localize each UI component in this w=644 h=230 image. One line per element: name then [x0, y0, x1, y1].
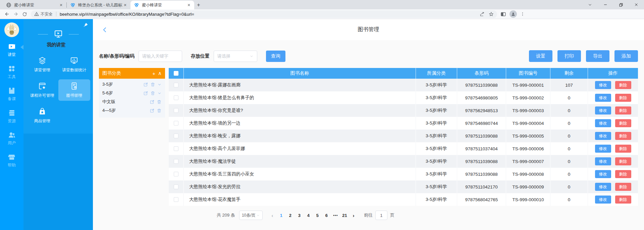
print-button[interactable]: 打印	[557, 50, 581, 62]
forward-nav-icon[interactable]	[11, 10, 20, 18]
chevron-down-icon[interactable]	[157, 82, 162, 87]
goto-page-input[interactable]	[375, 211, 387, 220]
col-category[interactable]: 所属分类	[416, 68, 457, 79]
row-checkbox[interactable]	[174, 83, 178, 87]
delete-button[interactable]: 删除	[615, 119, 631, 127]
page-size-select[interactable]: 10条/页	[239, 211, 263, 220]
category-item[interactable]: 中文版	[99, 97, 165, 106]
rail-item-prep[interactable]: 备课	[0, 87, 23, 102]
page-number[interactable]: 5	[313, 213, 322, 218]
edit-button[interactable]: 修改	[595, 94, 611, 102]
rail-item-users[interactable]: 用户	[0, 131, 23, 146]
export-button[interactable]: 导出	[586, 50, 609, 62]
close-window-icon[interactable]	[629, 0, 644, 9]
edit-button[interactable]: 修改	[595, 145, 611, 153]
user-avatar[interactable]	[4, 22, 19, 37]
edit-button[interactable]: 修改	[595, 157, 611, 165]
new-tab-button[interactable]: +	[194, 1, 203, 9]
row-checkbox[interactable]	[174, 197, 178, 202]
menu-item-my-lecture[interactable]: 我的讲堂	[26, 29, 90, 48]
edit-button[interactable]: 修改	[595, 196, 611, 204]
keyword-input[interactable]	[139, 51, 182, 62]
rail-item-resources[interactable]: 资源	[0, 109, 23, 124]
menu-item-course-license[interactable]: 课程许可管理	[26, 79, 58, 101]
select-all-checkbox[interactable]	[174, 71, 178, 76]
edit-button[interactable]: 修改	[595, 106, 611, 114]
add-category-icon[interactable]: +	[152, 71, 155, 76]
row-checkbox[interactable]	[174, 172, 178, 176]
page-number[interactable]: 3	[295, 213, 304, 218]
row-checkbox[interactable]	[174, 184, 178, 189]
security-label[interactable]: 不安全	[41, 11, 53, 17]
row-checkbox[interactable]	[174, 108, 178, 113]
settings-button[interactable]: 设置	[529, 50, 552, 62]
side-panel-icon[interactable]	[500, 11, 506, 17]
category-item[interactable]: 3-5岁	[99, 80, 165, 89]
edit-button[interactable]: 修改	[595, 170, 611, 178]
row-checkbox[interactable]	[174, 159, 178, 164]
row-checkbox[interactable]	[174, 121, 178, 126]
restore-window-icon[interactable]	[613, 0, 629, 9]
col-barcode[interactable]: 条形码	[457, 68, 506, 79]
browser-tab-1[interactable]: 蜜小蜂讲堂 ✕	[3, 1, 66, 9]
trash-icon[interactable]	[150, 82, 155, 87]
page-number[interactable]: 2	[286, 213, 295, 218]
edit-button[interactable]: 修改	[595, 119, 611, 127]
page-number[interactable]: 6	[322, 213, 331, 218]
menu-item-goods-manage[interactable]: 商品管理	[26, 105, 58, 126]
tab-close-icon[interactable]: ✕	[122, 2, 128, 8]
row-checkbox[interactable]	[174, 95, 178, 100]
pin-icon[interactable]	[83, 22, 88, 28]
edit-icon[interactable]	[143, 91, 148, 96]
row-checkbox[interactable]	[174, 146, 178, 151]
menu-item-library-manage[interactable]: 图书管理	[58, 79, 91, 101]
category-item[interactable]: 4—5岁	[99, 106, 165, 115]
search-button[interactable]: 查询	[266, 51, 285, 62]
trash-icon[interactable]	[150, 91, 155, 96]
browser-tab-active[interactable]: 蜜小蜂讲堂 ✕	[130, 1, 194, 9]
collapse-icon[interactable]: ∧	[158, 70, 162, 76]
edit-button[interactable]: 修改	[595, 132, 611, 140]
next-page-icon[interactable]: ›	[349, 213, 358, 218]
delete-button[interactable]: 删除	[615, 94, 631, 102]
share-icon[interactable]	[480, 12, 485, 17]
chevron-down-icon[interactable]	[157, 91, 162, 95]
page-number[interactable]: 21	[340, 213, 349, 218]
rail-item-tools[interactable]: 工具	[0, 65, 23, 80]
trash-icon[interactable]	[157, 99, 162, 104]
browser-tab-2[interactable]: 蜂堡办公系统 - 幼儿园标准版 ✕	[67, 1, 130, 9]
edit-icon[interactable]	[143, 82, 148, 87]
rail-item-help[interactable]: 帮助	[0, 153, 23, 168]
menu-item-lecture-manage[interactable]: 讲堂管理	[26, 54, 58, 75]
col-book-code[interactable]: 图书编号	[506, 68, 550, 79]
delete-button[interactable]: 删除	[615, 145, 631, 153]
tab-search-chevron-icon[interactable]	[582, 0, 598, 9]
col-remaining[interactable]: 剩余	[550, 68, 588, 79]
tab-close-icon[interactable]: ✕	[58, 2, 64, 8]
back-chevron-icon[interactable]	[102, 26, 108, 33]
row-checkbox[interactable]	[174, 134, 178, 138]
delete-button[interactable]: 删除	[615, 170, 631, 178]
back-nav-icon[interactable]	[3, 10, 11, 18]
delete-button[interactable]: 删除	[615, 196, 631, 204]
minimize-icon[interactable]	[598, 0, 613, 9]
delete-button[interactable]: 删除	[615, 106, 631, 114]
prev-page-icon[interactable]: ‹	[268, 213, 277, 218]
menu-item-lecture-stats[interactable]: 讲堂数据统计	[58, 54, 91, 75]
browser-menu-kebab-icon[interactable]	[520, 12, 525, 16]
tab-close-icon[interactable]: ✕	[186, 2, 192, 8]
browser-profile-avatar[interactable]	[509, 10, 517, 18]
delete-button[interactable]: 删除	[615, 157, 631, 165]
edit-button[interactable]: 修改	[595, 81, 611, 89]
delete-button[interactable]: 删除	[615, 132, 631, 140]
delete-button[interactable]: 删除	[615, 81, 631, 89]
address-bar[interactable]: 不安全 beehome.vip/#/mainpagefbwl/office/KO…	[31, 10, 497, 18]
location-select[interactable]: 请选择	[214, 51, 257, 62]
trash-icon[interactable]	[157, 108, 162, 113]
col-book-name[interactable]: 图书名称	[184, 68, 416, 79]
category-item[interactable]: 5-6岁	[99, 89, 165, 97]
delete-button[interactable]: 删除	[615, 183, 631, 191]
edit-icon[interactable]	[150, 108, 155, 113]
bookmark-star-icon[interactable]	[489, 12, 494, 17]
rail-item-lecture[interactable]: 讲堂	[0, 43, 23, 58]
